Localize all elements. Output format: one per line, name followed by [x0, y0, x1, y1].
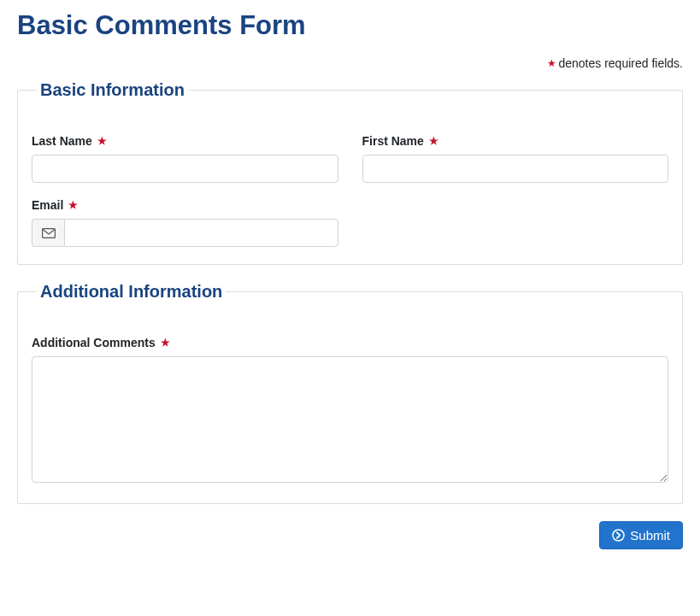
star-icon: ★: [547, 57, 556, 69]
first-name-input[interactable]: [362, 155, 669, 183]
email-input[interactable]: [64, 219, 338, 247]
last-name-label: Last Name ★: [32, 134, 338, 148]
svg-point-1: [613, 530, 624, 541]
additional-legend: Additional Information: [37, 282, 226, 302]
comments-textarea[interactable]: [32, 356, 668, 483]
star-icon: ★: [429, 135, 438, 147]
envelope-icon: [32, 219, 64, 247]
arrow-circle-right-icon: [612, 529, 625, 542]
star-icon: ★: [68, 199, 78, 211]
additional-information-section: Additional Information Additional Commen…: [17, 282, 683, 504]
star-icon: ★: [161, 337, 170, 349]
email-label: Email ★: [32, 198, 338, 212]
submit-label: Submit: [630, 528, 670, 543]
comments-label: Additional Comments ★: [32, 336, 668, 349]
required-fields-note: ★denotes required fields.: [17, 56, 683, 70]
required-note-text: denotes required fields.: [558, 56, 683, 70]
page-title: Basic Comments Form: [17, 10, 683, 41]
first-name-label: First Name ★: [362, 134, 669, 148]
star-icon: ★: [97, 135, 107, 147]
basic-information-section: Basic Information Last Name ★ First Name…: [17, 80, 683, 265]
submit-button[interactable]: Submit: [599, 521, 683, 549]
basic-legend: Basic Information: [37, 80, 188, 100]
last-name-input[interactable]: [32, 155, 338, 183]
